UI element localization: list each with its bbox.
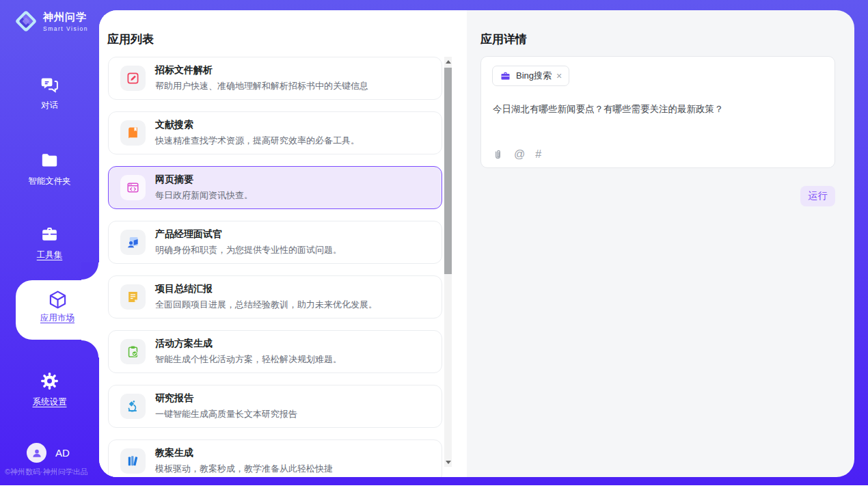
sidebar-item-label: 对话 (0, 100, 99, 111)
user-account[interactable]: AD (27, 443, 70, 463)
app-icon-tile (120, 120, 146, 146)
interview-icon (126, 236, 139, 249)
app-card[interactable]: 文献搜索快速精准查找学术资源，提高研究效率的必备工具。 (108, 111, 442, 154)
app-card-description: 智能生成个性化活动方案，轻松解决规划难题。 (155, 353, 342, 366)
hash-icon[interactable]: # (535, 148, 541, 161)
folder-icon (40, 151, 59, 170)
cube-icon (47, 289, 68, 308)
app-card[interactable]: 招标文件解析帮助用户快速、准确地理解和解析招标书中的关键信息 (108, 57, 442, 100)
microscope-icon (126, 400, 139, 413)
sidebar: 神州问学 Smart Vision 对话智能文件夹工具集应用市场系统设置 AD … (0, 0, 99, 485)
toolbox-icon (40, 225, 59, 243)
selected-tab-curve-bottom (81, 340, 99, 357)
app-icon-tile (120, 284, 146, 310)
app-card-description: 明确身份和职责，为您提供专业性的面试问题。 (155, 244, 342, 256)
app-card[interactable]: 网页摘要每日政府新闻资讯快查。 (108, 166, 442, 209)
app-frame: 神州问学 Smart Vision 对话智能文件夹工具集应用市场系统设置 AD … (0, 0, 868, 485)
web-code-icon (126, 181, 139, 194)
app-card-description: 模板驱动，教案秒成，教学准备从此轻松快捷 (155, 463, 333, 475)
app-card-title: 教案生成 (155, 447, 333, 459)
app-icon-tile (120, 175, 146, 200)
tool-chip-bing-search[interactable]: Bing搜索 × (492, 66, 569, 86)
app-card[interactable]: 研究报告一键智能生成高质量长文本研究报告 (108, 385, 442, 428)
app-card[interactable]: 教案生成模板驱动，教案秒成，教学准备从此轻松快捷 (108, 439, 442, 477)
doc-edit-icon (126, 72, 139, 85)
content-area: 应用列表 招标文件解析帮助用户快速、准确地理解和解析招标书中的关键信息文献搜索快… (99, 10, 854, 477)
app-card[interactable]: 活动方案生成智能生成个性化活动方案，轻松解决规划难题。 (108, 330, 442, 373)
sidebar-item-label: 系统设置 (0, 396, 99, 408)
sidebar-item-tools[interactable]: 工具集 (0, 225, 99, 261)
app-card-title: 活动方案生成 (155, 338, 342, 350)
app-icon-tile (120, 230, 146, 255)
tool-chip-label: Bing搜索 (516, 70, 552, 82)
avatar[interactable] (27, 443, 46, 463)
app-icon-tile (120, 394, 146, 419)
app-detail-panel: 应用详情 Bing搜索 × 今日湖北有哪些新闻要点？有哪些需要关注的最新政策？ (467, 10, 854, 477)
app-card-description: 帮助用户快速、准确地理解和解析招标书中的关键信息 (155, 80, 368, 92)
paperclip-icon[interactable] (492, 149, 504, 161)
books-icon (126, 455, 139, 467)
prompt-input[interactable]: 今日湖北有哪些新闻要点？有哪些需要关注的最新政策？ (493, 103, 824, 116)
app-card-title: 研究报告 (155, 392, 297, 405)
brand-logo: 神州问学 Smart Vision (14, 9, 88, 33)
app-card-description: 每日政府新闻资讯快查。 (155, 189, 253, 202)
app-card-title: 产品经理面试官 (155, 228, 342, 241)
chip-close-icon[interactable]: × (556, 71, 562, 81)
app-list-title: 应用列表 (107, 31, 154, 47)
app-detail-title: 应用详情 (480, 31, 527, 47)
app-card-title: 网页摘要 (155, 174, 253, 186)
app-card-list: 招标文件解析帮助用户快速、准确地理解和解析招标书中的关键信息文献搜索快速精准查找… (108, 57, 442, 477)
brand-diamond-icon (14, 9, 38, 33)
sidebar-item-label: 智能文件夹 (0, 176, 99, 187)
sidebar-item-folders[interactable]: 智能文件夹 (0, 151, 99, 187)
sidebar-item-label: 工具集 (0, 249, 99, 261)
sidebar-item-market[interactable]: 应用市场 (16, 280, 99, 340)
clipboard-check-icon (126, 345, 139, 358)
app-icon-tile (120, 66, 146, 91)
sidebar-item-chat[interactable]: 对话 (0, 75, 99, 111)
app-card-description: 一键智能生成高质量长文本研究报告 (155, 408, 297, 420)
scrollbar-thumb[interactable] (444, 68, 452, 274)
app-card-title: 招标文件解析 (155, 64, 368, 77)
prompt-card: Bing搜索 × 今日湖北有哪些新闻要点？有哪些需要关注的最新政策？ @ # (480, 56, 835, 168)
scrollbar[interactable] (444, 57, 452, 467)
app-icon-tile (120, 448, 146, 474)
run-button[interactable]: 运行 (800, 186, 835, 206)
scroll-up-icon[interactable] (444, 57, 452, 66)
composer-toolbar: @ # (492, 148, 541, 161)
chat-icon (40, 75, 59, 94)
sidebar-item-settings[interactable]: 系统设置 (0, 372, 99, 408)
user-initials: AD (55, 447, 70, 459)
scroll-down-icon[interactable] (444, 457, 452, 467)
app-card-title: 文献搜索 (155, 119, 360, 131)
app-card-description: 快速精准查找学术资源，提高研究效率的必备工具。 (155, 135, 360, 147)
app-card-description: 全面回顾项目进展，总结经验教训，助力未来优化发展。 (155, 299, 377, 311)
app-icon-tile (120, 339, 146, 364)
brand-name: 神州问学 (43, 11, 88, 24)
app-list-panel: 应用列表 招标文件解析帮助用户快速、准确地理解和解析招标书中的关键信息文献搜索快… (99, 10, 467, 477)
note-icon (126, 290, 139, 303)
sidebar-item-label: 应用市场 (16, 312, 99, 324)
app-card[interactable]: 项目总结汇报全面回顾项目进展，总结经验教训，助力未来优化发展。 (108, 275, 442, 318)
book-icon (126, 126, 139, 139)
briefcase-icon (500, 70, 511, 82)
gear-icon (40, 372, 59, 390)
app-card-title: 项目总结汇报 (155, 283, 377, 295)
mention-icon[interactable]: @ (514, 148, 525, 161)
brand-tagline: Smart Vision (43, 25, 88, 32)
copyright: ©神州数码·神州问学出品 (5, 467, 99, 477)
app-card[interactable]: 产品经理面试官明确身份和职责，为您提供专业性的面试问题。 (108, 221, 442, 264)
selected-tab-curve-top (81, 262, 99, 280)
